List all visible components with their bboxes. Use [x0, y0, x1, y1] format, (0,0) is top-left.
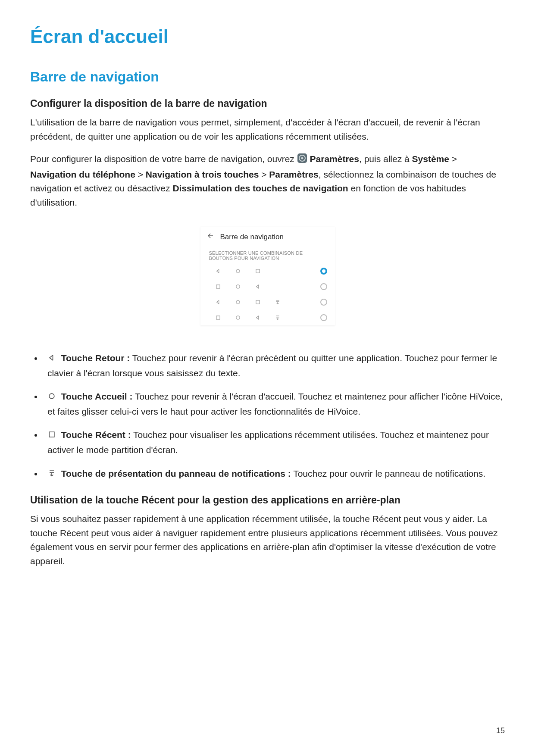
paragraph-recent: Si vous souhaitez passer rapidement à un…	[30, 512, 505, 568]
settings-icon	[297, 153, 307, 168]
list-item: Touche Retour : Touchez pour revenir à l…	[42, 351, 505, 380]
radio-option[interactable]	[320, 299, 327, 306]
illustration-row	[200, 279, 335, 294]
home-icon	[228, 315, 248, 321]
recent-icon	[248, 268, 268, 274]
illustration-subheader: SÉLECTIONNER UNE COMBINAISON DE BOUTONS …	[200, 247, 335, 263]
key-descriptions-list: Touche Retour : Touchez pour revenir à l…	[30, 351, 505, 481]
paragraph-intro: L'utilisation de la barre de navigation …	[30, 116, 505, 144]
subheading-configure: Configurer la disposition de la barre de…	[30, 98, 505, 109]
text: >	[135, 169, 146, 179]
notif-icon	[268, 315, 288, 321]
radio-option[interactable]	[320, 314, 327, 321]
back-arrow-icon	[206, 232, 214, 242]
recent-icon	[47, 429, 56, 443]
key-title: Touche Récent :	[61, 430, 131, 440]
list-item: Touche de présentation du panneau de not…	[42, 467, 505, 482]
radio-option[interactable]	[320, 268, 327, 275]
svg-rect-5	[216, 285, 219, 288]
text: >	[259, 169, 269, 179]
page-container: Écran d'accueil Barre de navigation Conf…	[0, 0, 535, 756]
home-icon	[228, 299, 248, 305]
radio-option[interactable]	[320, 283, 327, 290]
svg-rect-8	[256, 300, 259, 304]
illustration-row	[200, 263, 335, 279]
back-icon	[47, 352, 56, 366]
list-item: Touche Récent : Touchez pour visualiser …	[42, 428, 505, 457]
key-title: Touche Accueil :	[61, 391, 133, 401]
notif-icon	[268, 299, 288, 305]
recent-icon	[248, 299, 268, 305]
svg-point-12	[236, 316, 239, 319]
paragraph-steps: Pour configurer la disposition de votre …	[30, 152, 505, 209]
key-title: Touche de présentation du panneau de not…	[61, 469, 291, 478]
svg-rect-16	[49, 432, 54, 437]
key-title: Touche Retour :	[61, 353, 130, 363]
list-item: Touche Accueil : Touchez pour revenir à …	[42, 390, 505, 419]
page-number: 15	[496, 726, 505, 735]
back-icon	[248, 284, 268, 290]
bold-three-key: Navigation à trois touches	[146, 169, 259, 179]
svg-point-6	[236, 285, 239, 288]
text: >	[449, 154, 457, 164]
section-heading: Barre de navigation	[30, 69, 505, 85]
svg-point-2	[301, 157, 303, 159]
illustration-header: Barre de navigation	[200, 227, 335, 247]
bold-system: Système	[412, 154, 449, 164]
text: Pour configurer la disposition de votre …	[30, 154, 297, 164]
page-title: Écran d'accueil	[30, 26, 505, 47]
svg-point-7	[236, 300, 239, 304]
nav-bar-illustration: Barre de navigation SÉLECTIONNER UNE COM…	[200, 227, 335, 325]
svg-rect-4	[256, 269, 259, 273]
home-icon	[228, 268, 248, 274]
svg-point-15	[49, 394, 54, 399]
key-description: Touchez pour ouvrir le panneau de notifi…	[291, 469, 485, 478]
svg-rect-11	[216, 316, 219, 319]
back-icon	[208, 268, 228, 274]
notif-icon	[47, 468, 56, 482]
home-icon	[228, 284, 248, 290]
illustration-title: Barre de navigation	[220, 233, 284, 241]
subheading-recent: Utilisation de la touche Récent pour la …	[30, 494, 505, 506]
recent-icon	[208, 284, 228, 290]
illustration-row	[200, 310, 335, 325]
recent-icon	[208, 315, 228, 321]
bold-phone-nav: Navigation du téléphone	[30, 169, 135, 179]
bold-settings: Paramètres	[310, 154, 359, 164]
home-icon	[47, 390, 56, 405]
svg-point-3	[236, 269, 239, 273]
text: , puis allez à	[359, 154, 412, 164]
bold-settings2: Paramètres	[269, 169, 318, 179]
illustration-row	[200, 294, 335, 310]
back-icon	[208, 299, 228, 305]
bold-hide-keys: Dissimulation des touches de navigation	[172, 183, 348, 193]
back-icon	[248, 315, 268, 321]
